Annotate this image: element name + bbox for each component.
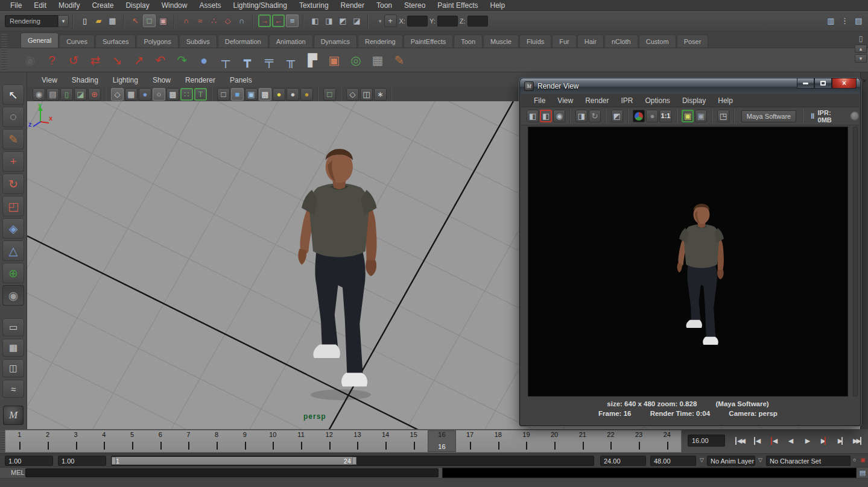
region-render-icon[interactable]: ◩	[611, 110, 623, 122]
wireframe-on-shaded-icon[interactable]: ▣	[245, 88, 258, 101]
rgb-channels-icon[interactable]	[633, 110, 645, 122]
menu-lighting-shading[interactable]: Lighting/Shading	[227, 0, 292, 11]
viewport-menu-show[interactable]: Show	[147, 76, 177, 84]
current-time-field[interactable]: 16.00	[688, 435, 725, 447]
snap-to-grids-icon[interactable]: ∩	[180, 14, 192, 27]
shelf-tab-dynamics[interactable]: Dynamics	[314, 34, 357, 48]
paint-selection-tool[interactable]: ✎	[2, 129, 24, 149]
use-default-lighting-icon[interactable]: ●	[273, 88, 285, 101]
frame-cell-15[interactable]: 15	[399, 430, 428, 452]
menu-file[interactable]: File	[5, 0, 27, 11]
frame-cell-18[interactable]: 18	[484, 430, 512, 452]
snap-to-view-planes-icon[interactable]: ◇	[221, 14, 234, 27]
coordinate-entry-icon[interactable]: +	[384, 14, 397, 27]
render-canvas[interactable]	[528, 127, 848, 397]
render-view-menu-render[interactable]: Render	[580, 95, 614, 106]
step-forward-key-button[interactable]: ▶	[816, 433, 832, 448]
viewport-toolbar-separator[interactable]	[103, 87, 109, 101]
separate-panel-icon[interactable]: ∗	[374, 88, 387, 101]
camera-dolly-icon[interactable]: ↘	[108, 51, 126, 69]
select-hierarchy-icon[interactable]: ↖	[129, 14, 142, 27]
render-toolbar-separator[interactable]	[732, 109, 737, 124]
mel-input[interactable]	[25, 468, 439, 477]
frame-cell-24[interactable]: 24	[653, 430, 681, 452]
mel-label[interactable]: MEL	[11, 469, 25, 476]
refresh-ipr-icon[interactable]: ↻	[589, 110, 601, 122]
render-toolbar-separator[interactable]	[709, 109, 715, 124]
mel-result-field[interactable]	[442, 468, 857, 478]
menu-stereo[interactable]: Stereo	[399, 0, 431, 11]
frame-cell-14[interactable]: 14	[372, 430, 400, 452]
camera-attributes-icon[interactable]: ▤	[46, 88, 59, 101]
keep-image-icon[interactable]: ▣	[682, 110, 694, 122]
group-icon[interactable]: ┳	[238, 51, 256, 69]
frame-cell-12[interactable]: 12	[315, 430, 343, 452]
attribute-editor-icon[interactable]: ▤	[852, 14, 865, 27]
channel-box-icon[interactable]: ▥	[825, 14, 837, 27]
step-back-key-button[interactable]: ◀	[765, 433, 781, 448]
frame-cell-22[interactable]: 22	[597, 430, 625, 452]
menu-help[interactable]: Help	[485, 0, 511, 11]
pause-ipr-icon[interactable]: ‖	[811, 112, 814, 121]
viewport-toolbar-separator[interactable]	[209, 87, 215, 101]
delete-unused-icon[interactable]: ●	[195, 51, 213, 69]
snap-to-points-icon[interactable]: ∴	[207, 14, 220, 27]
frame-cell-9[interactable]: 9	[230, 430, 259, 452]
outliner-persp-layout-button[interactable]: ◫	[2, 359, 24, 377]
go-to-playback-end-button[interactable]: ▶▶	[849, 433, 866, 448]
render-view-menu-options[interactable]: Options	[640, 95, 676, 106]
remove-image-icon[interactable]: ▣	[695, 110, 707, 122]
animation-end-field[interactable]: 48.00	[650, 456, 696, 466]
status-line-separator[interactable]	[301, 14, 306, 28]
status-line-separator[interactable]	[121, 14, 127, 28]
frame-cell-7[interactable]: 7	[174, 430, 203, 452]
step-back-frame-button[interactable]: ◀	[748, 433, 764, 448]
group-objects-icon[interactable]: ▦	[369, 51, 387, 69]
construction-history-icon[interactable]: ≡	[286, 14, 299, 27]
ipr-render-icon[interactable]: ◨	[575, 110, 588, 122]
anim-layer-dropdown-icon[interactable]: ▽	[700, 457, 704, 463]
status-line-separator[interactable]	[71, 14, 76, 28]
shelf-tab-general[interactable]: General	[21, 33, 59, 48]
frame-cell-17[interactable]: 17	[456, 430, 484, 452]
shelf-tab-deformation[interactable]: Deformation	[218, 34, 268, 48]
menu-assets[interactable]: Assets	[194, 0, 226, 11]
shelf-tab-animation[interactable]: Animation	[269, 34, 313, 48]
persp-graph-layout-button[interactable]: ≈	[2, 380, 24, 398]
render-view-window[interactable]: M Render View × FileViewRenderIPROptions…	[520, 78, 860, 426]
render-view-menu-ipr[interactable]: IPR	[616, 95, 639, 106]
gate-mask-icon[interactable]: ○	[153, 88, 165, 101]
parent-icon[interactable]: ┬	[217, 51, 235, 69]
shelf-tab-ncloth[interactable]: nCloth	[604, 34, 638, 48]
input-connections-icon[interactable]: →	[258, 14, 271, 27]
time-slider-ruler[interactable]: 1234567891011121314151616171819202122232…	[5, 430, 682, 453]
resolution-gate-icon[interactable]: ●	[139, 88, 151, 101]
shelf-tab-toon[interactable]: Toon	[454, 34, 483, 48]
render-view-menu-help[interactable]: Help	[712, 95, 738, 106]
make-live-icon[interactable]: ∩	[235, 14, 248, 27]
select-camera-icon[interactable]: ◉	[33, 88, 45, 101]
isolate-select-icon[interactable]: □	[323, 88, 336, 101]
character-model[interactable]	[298, 149, 376, 386]
bookmarks-icon[interactable]: ▯	[60, 88, 73, 101]
status-line-separator[interactable]	[172, 14, 177, 28]
render-globals-icon[interactable]: ◉	[21, 51, 39, 69]
playback-end-field[interactable]: 24.00	[600, 456, 646, 466]
select-component-icon[interactable]: ▣	[157, 14, 169, 27]
render-view-menu-view[interactable]: View	[552, 95, 578, 106]
unparent-icon[interactable]: ╥	[282, 51, 300, 69]
character-set-dropdown-icon[interactable]: ▽	[758, 457, 762, 463]
shelf-scroll-down-button[interactable]: ▼	[855, 54, 867, 63]
frame-cell-20[interactable]: 20	[540, 430, 569, 452]
move-tool[interactable]: +	[2, 151, 24, 172]
playback-start-field[interactable]: 1.00	[58, 456, 106, 466]
single-pane-layout-button[interactable]: ▭	[2, 318, 24, 336]
shelf-trash-icon[interactable]: ▯	[855, 34, 866, 43]
help-icon[interactable]: ?	[43, 51, 61, 69]
x-input[interactable]	[407, 16, 428, 27]
play-forwards-button[interactable]: ▶	[799, 433, 815, 448]
render-current-frame-icon[interactable]: ◧	[527, 110, 539, 122]
frame-cell-2[interactable]: 2	[34, 430, 62, 452]
field-chart-icon[interactable]: ▩	[166, 88, 179, 101]
renderer-selector[interactable]: Maya Software	[741, 110, 797, 122]
